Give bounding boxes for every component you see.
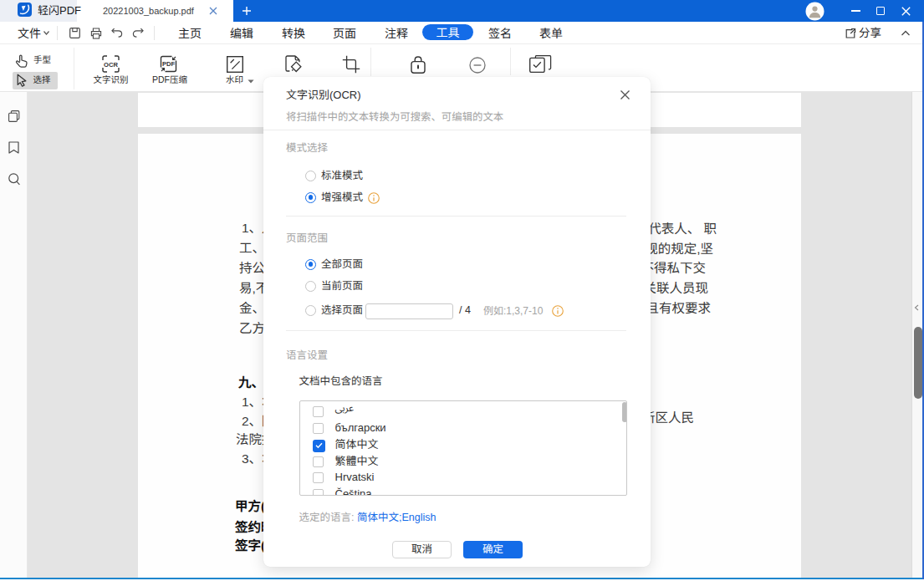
svg-text:PDF: PDF xyxy=(162,60,176,68)
svg-text:OCR: OCR xyxy=(104,61,118,69)
